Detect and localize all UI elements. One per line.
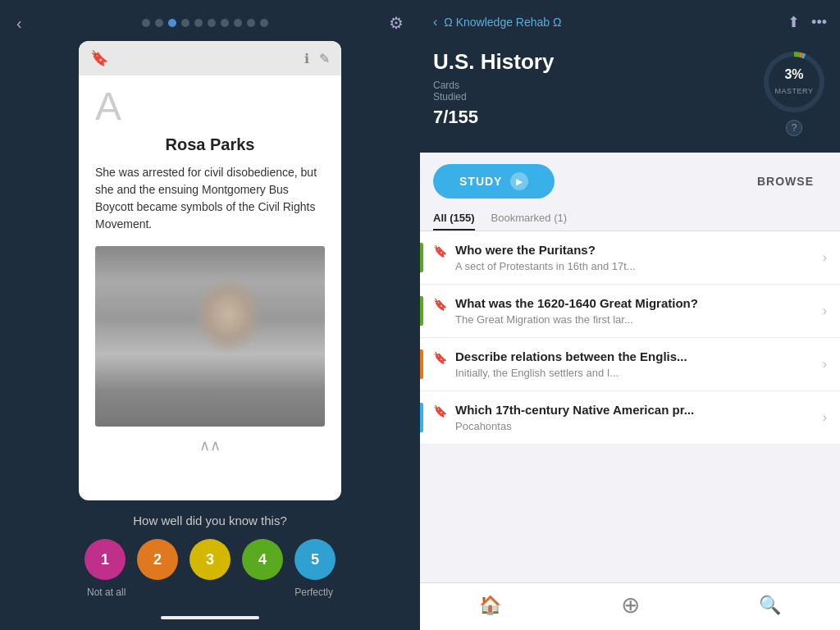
rating-labels: Not at all Perfectly <box>87 583 333 601</box>
card-side-indicator: A <box>79 75 341 129</box>
item-bookmark-icon[interactable]: 🔖 <box>433 243 447 272</box>
play-icon: ▶ <box>510 172 528 190</box>
help-icon[interactable]: ? <box>786 120 802 136</box>
bookmark-icon[interactable]: 🔖 <box>90 49 108 67</box>
list-item[interactable]: 🔖 Which 17th-century Native American pr.… <box>420 391 840 445</box>
more-icon[interactable]: ••• <box>811 14 827 31</box>
item-chevron-icon: › <box>816 349 827 379</box>
rating-section: How well did you know this? 1 2 3 4 5 No… <box>0 500 420 608</box>
back-button[interactable]: ‹ <box>16 14 22 33</box>
dot-4 <box>181 19 189 27</box>
card-actions: ℹ ✎ <box>304 51 330 66</box>
card-description: She was arrested for civil disobedience,… <box>79 164 341 246</box>
card-image <box>95 246 325 427</box>
home-nav-icon: 🏠 <box>479 595 501 616</box>
settings-icon[interactable]: ⚙ <box>389 13 404 33</box>
rating-buttons: 1 2 3 4 5 <box>84 539 336 580</box>
tab-all[interactable]: All (155) <box>433 207 475 231</box>
item-content: Describe relations between the Englis...… <box>455 349 816 379</box>
item-content: What was the 1620-1640 Great Migration? … <box>455 296 816 326</box>
action-row: STUDY ▶ BROWSE <box>420 153 840 199</box>
item-color-bar <box>420 296 423 326</box>
dot-3[interactable] <box>168 19 176 27</box>
dot-7 <box>221 19 229 27</box>
cards-studied-count: 7/155 <box>433 107 554 128</box>
cards-studied-label: CardsStudied <box>433 80 554 103</box>
card-photo-face <box>95 246 325 427</box>
rating-button-1[interactable]: 1 <box>84 539 126 580</box>
item-color-bar <box>420 243 423 272</box>
item-bookmark-icon[interactable]: 🔖 <box>433 403 447 432</box>
item-answer: Pocahontas <box>455 420 816 432</box>
item-bookmark-icon[interactable]: 🔖 <box>433 296 447 326</box>
rating-button-4[interactable]: 4 <box>242 539 283 580</box>
search-nav-item[interactable]: 🔍 <box>700 595 840 616</box>
tab-bookmarked[interactable]: Bookmarked (1) <box>491 207 567 231</box>
item-question: Who were the Puritans? <box>455 243 816 257</box>
list-item[interactable]: 🔖 What was the 1620-1640 Great Migration… <box>420 285 840 338</box>
item-question: Describe relations between the Englis... <box>455 349 816 363</box>
expand-icon[interactable]: ∧∧ <box>79 427 341 461</box>
rating-label-high: Perfectly <box>294 587 333 598</box>
card-list: 🔖 Who were the Puritans? A sect of Prote… <box>420 231 840 582</box>
info-icon[interactable]: ℹ <box>304 51 309 66</box>
edit-icon[interactable]: ✎ <box>319 51 330 66</box>
rating-button-2[interactable]: 2 <box>137 539 178 580</box>
subject-title: U.S. History <box>433 49 554 75</box>
right-nav-title: Ω Knowledge Rehab Ω <box>444 16 561 29</box>
right-top-icons: ⬆ ••• <box>788 13 827 31</box>
rating-label-low: Not at all <box>87 587 126 598</box>
right-top-nav: ‹ Ω Knowledge Rehab Ω ⬆ ••• <box>420 0 840 41</box>
item-color-bar <box>420 403 423 432</box>
add-nav-item[interactable]: ⊕ <box>560 591 701 619</box>
item-question: What was the 1620-1640 Great Migration? <box>455 296 816 310</box>
dot-6 <box>208 19 216 27</box>
dot-1 <box>142 19 150 27</box>
list-item[interactable]: 🔖 Describe relations between the Englis.… <box>420 338 840 391</box>
item-content: Which 17th-century Native American pr...… <box>455 403 816 432</box>
share-icon[interactable]: ⬆ <box>788 13 800 31</box>
add-nav-icon: ⊕ <box>621 591 640 619</box>
left-panel: ‹ ⚙ 🔖 ℹ ✎ A Rosa Parks She was arrested … <box>0 0 420 630</box>
dot-9 <box>247 19 255 27</box>
right-back-row: ‹ Ω Knowledge Rehab Ω <box>433 15 561 30</box>
mastery-label: MASTERY <box>775 87 814 95</box>
card-photo <box>95 246 325 427</box>
browse-button[interactable]: BROWSE <box>744 167 827 196</box>
mastery-text: 3% MASTERY <box>775 67 814 97</box>
home-indicator <box>161 616 259 619</box>
dot-10 <box>260 19 268 27</box>
item-question: Which 17th-century Native American pr... <box>455 403 816 417</box>
item-chevron-icon: › <box>816 296 827 326</box>
home-nav-item[interactable]: 🏠 <box>420 595 560 616</box>
header-info: U.S. History CardsStudied 7/155 <box>433 49 554 128</box>
right-header: U.S. History CardsStudied 7/155 3% MASTE… <box>420 41 840 153</box>
dot-5 <box>194 19 203 27</box>
rating-button-5[interactable]: 5 <box>294 539 336 580</box>
progress-dots <box>142 19 268 27</box>
flashcard: 🔖 ℹ ✎ A Rosa Parks She was arrested for … <box>79 41 341 500</box>
dot-2 <box>155 19 163 27</box>
left-top-bar: ‹ ⚙ <box>0 0 420 41</box>
search-nav-icon: 🔍 <box>759 595 781 616</box>
bottom-nav: 🏠 ⊕ 🔍 <box>420 582 840 630</box>
mastery-circle: 3% MASTERY <box>761 49 827 115</box>
item-chevron-icon: › <box>816 243 827 272</box>
item-color-bar <box>420 349 423 379</box>
study-label: STUDY <box>459 175 502 188</box>
item-content: Who were the Puritans? A sect of Protest… <box>455 243 816 272</box>
right-panel: ‹ Ω Knowledge Rehab Ω ⬆ ••• U.S. History… <box>420 0 840 630</box>
item-answer: Initially, the English settlers and I... <box>455 367 816 379</box>
list-item[interactable]: 🔖 Who were the Puritans? A sect of Prote… <box>420 231 840 285</box>
mastery-container: 3% MASTERY ? <box>761 49 827 136</box>
right-back-icon[interactable]: ‹ <box>433 15 437 30</box>
tabs-row: All (155) Bookmarked (1) <box>420 199 840 231</box>
dot-8 <box>234 19 242 27</box>
item-answer: The Great Migration was the first lar... <box>455 313 816 326</box>
item-bookmark-icon[interactable]: 🔖 <box>433 349 447 379</box>
study-button[interactable]: STUDY ▶ <box>433 164 555 199</box>
item-answer: A sect of Protestants in 16th and 17t... <box>455 260 816 272</box>
mastery-percent: 3% <box>775 67 814 82</box>
card-title: Rosa Parks <box>79 129 341 164</box>
rating-button-3[interactable]: 3 <box>189 539 231 580</box>
